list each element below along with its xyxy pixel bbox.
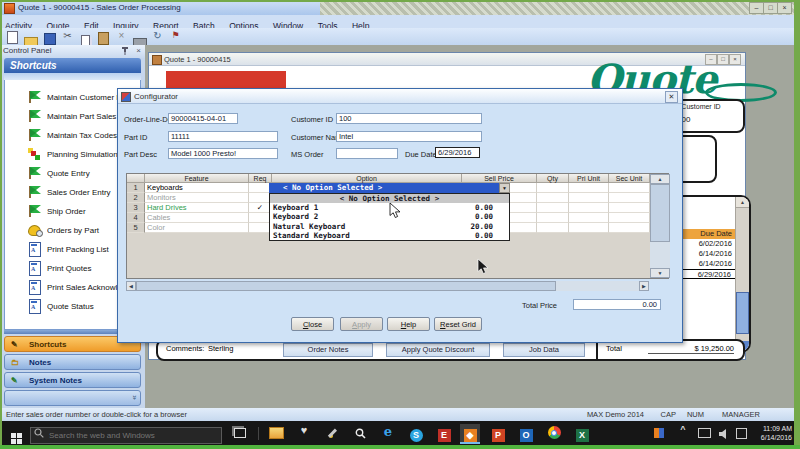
req-header[interactable]: Req <box>249 174 272 183</box>
dropdown-option[interactable]: Natural Keyboard20.00 <box>270 222 509 231</box>
pin-icon[interactable] <box>121 47 129 55</box>
part-desc-field[interactable]: Model 1000 Presto! <box>168 148 278 159</box>
taskbar-search[interactable] <box>30 424 222 441</box>
comments-value[interactable]: Sterling <box>208 344 233 353</box>
ms-order-field[interactable] <box>336 148 398 159</box>
paste-icon[interactable] <box>96 31 111 44</box>
copy-icon[interactable] <box>78 32 93 45</box>
part-desc-label: Part Desc <box>124 150 157 159</box>
tray-display-icon[interactable] <box>696 424 712 442</box>
control-panel-header: Control Panel × <box>0 45 145 58</box>
pri-unit-header[interactable]: Pri Unit <box>569 174 609 183</box>
toolbar: ✂ × ↻ ⚑ <box>0 28 800 45</box>
order-notes-button[interactable]: Order Notes <box>283 343 373 357</box>
grid-vertical-scrollbar[interactable]: ▲ ▼ <box>650 174 670 278</box>
dialog-customer-id-field[interactable]: 100 <box>336 113 482 124</box>
combobox-dropdown-icon[interactable]: ▼ <box>499 183 510 193</box>
close-button[interactable]: Close <box>291 317 334 331</box>
qty-header[interactable]: Qty <box>537 174 569 183</box>
cut-icon[interactable]: ✂ <box>60 30 75 43</box>
shortcuts-group-header[interactable]: Shortcuts <box>4 58 141 73</box>
grid-horizontal-scrollbar[interactable]: ◀ ▶ <box>126 281 649 291</box>
tray-app-icon[interactable] <box>652 424 666 442</box>
excel-icon[interactable]: X <box>572 424 592 442</box>
reset-grid-button[interactable]: Reset Grid <box>434 317 482 331</box>
store-icon[interactable]: ♥ <box>294 424 314 442</box>
customer-name-field[interactable]: Intel <box>336 131 482 142</box>
dialog-customer-id-label: Customer ID <box>291 115 333 124</box>
job-data-button[interactable]: Job Data <box>503 343 585 357</box>
app-icon <box>4 3 15 14</box>
save-icon[interactable] <box>42 31 57 44</box>
skype-icon[interactable]: S <box>406 424 426 442</box>
outlook-icon[interactable]: O <box>516 424 536 442</box>
option-combobox[interactable]: < No Option Selected > <box>269 183 510 193</box>
footer-divider <box>596 341 598 359</box>
start-button[interactable] <box>6 424 26 442</box>
table-scrollbar[interactable]: ▲ ▼ <box>735 197 749 351</box>
max-erp-icon-active[interactable]: ◆ <box>460 424 480 444</box>
scroll-left-icon[interactable]: ◀ <box>126 281 136 291</box>
child-maximize-button[interactable]: □ <box>717 54 729 65</box>
scrollbar-thumb[interactable] <box>650 184 670 242</box>
magnifier-app-icon[interactable] <box>350 424 370 442</box>
windows-logo-icon <box>11 433 22 444</box>
due-date-field[interactable]: 6/29/2016 <box>435 147 480 158</box>
dialog-titlebar[interactable]: Configurator ✕ <box>118 89 682 104</box>
configurator-grid: Feature Req Option Sell Price Qty Pri Un… <box>126 173 669 279</box>
help-button[interactable]: Help <box>387 317 430 331</box>
comments-label: Comments: <box>166 344 204 353</box>
nav-button-system-notes[interactable]: ✎ System Notes <box>4 372 141 388</box>
row-number-header <box>127 174 145 183</box>
new-document-icon[interactable] <box>5 30 20 43</box>
tray-volume-icon[interactable] <box>716 424 730 442</box>
part-id-label: Part ID <box>124 133 147 142</box>
close-button[interactable]: × <box>777 2 792 14</box>
scroll-up-icon[interactable]: ▲ <box>736 197 749 208</box>
delete-icon[interactable]: × <box>114 30 129 43</box>
tray-chevron-icon[interactable]: ^ <box>676 424 690 442</box>
scroll-down-icon[interactable]: ▼ <box>650 268 670 278</box>
option-header[interactable]: Option <box>272 174 462 183</box>
simulation-icon <box>28 148 41 161</box>
sec-unit-header[interactable]: Sec Unit <box>609 174 650 183</box>
task-view-icon[interactable] <box>230 424 250 442</box>
flag-icon[interactable]: ⚑ <box>168 30 183 43</box>
feature-header[interactable]: Feature <box>145 174 249 183</box>
minimize-button[interactable]: ‒ <box>749 2 764 14</box>
dropdown-option[interactable]: Standard Keyboard0.00 <box>270 231 509 240</box>
scrollbar-thumb[interactable] <box>136 281 556 291</box>
clock-date: 6/14/2016 <box>761 433 792 442</box>
refresh-icon[interactable]: ↻ <box>150 30 165 43</box>
menu-bar: Activity Quote Edit Inquiry Report Batch… <box>0 15 800 29</box>
magnifier-icon <box>36 230 43 237</box>
panel-options-icon[interactable]: » <box>129 395 138 399</box>
child-close-button[interactable]: × <box>729 54 741 65</box>
scrollbar-thumb[interactable] <box>736 292 749 334</box>
part-id-field[interactable]: 11111 <box>168 131 278 142</box>
tools-icon[interactable] <box>322 424 342 442</box>
chrome-icon[interactable] <box>544 424 564 442</box>
red-app-icon[interactable]: E <box>434 424 454 442</box>
status-message: Enter sales order number or double-click… <box>6 410 187 419</box>
maximize-button[interactable]: □ <box>763 2 778 14</box>
dialog-close-icon[interactable]: ✕ <box>665 91 678 103</box>
action-center-icon[interactable] <box>734 424 748 442</box>
edge-icon[interactable]: e <box>378 424 398 442</box>
scroll-right-icon[interactable]: ▶ <box>639 281 649 291</box>
system-notes-icon: ✎ <box>11 376 21 386</box>
search-input[interactable] <box>30 427 222 444</box>
file-explorer-icon[interactable] <box>266 424 286 442</box>
apply-quote-discount-button[interactable]: Apply Quote Discount <box>386 343 490 357</box>
sell-price-header[interactable]: Sell Price <box>462 174 537 183</box>
taskbar-clock[interactable]: 11:09 AM 6/14/2016 <box>761 424 792 442</box>
apply-button[interactable]: Apply <box>340 317 383 331</box>
nav-button-notes[interactable]: 🗀 Notes <box>4 354 141 370</box>
close-panel-icon[interactable]: × <box>136 46 141 55</box>
order-line-field[interactable]: 90000415-04-01 <box>168 113 238 124</box>
total-price-field[interactable]: 0.00 <box>573 299 661 310</box>
status-bar: Enter sales order number or double-click… <box>0 408 794 421</box>
scroll-up-icon[interactable]: ▲ <box>650 174 670 184</box>
powerpoint-icon[interactable]: P <box>488 424 508 442</box>
main-titlebar: Quote 1 - 90000415 - Sales Order Process… <box>0 0 800 15</box>
